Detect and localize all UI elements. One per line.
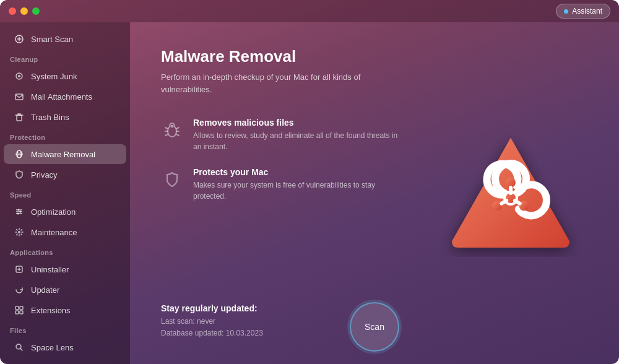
extensions-label: Extensions: [31, 306, 71, 315]
svg-rect-3: [17, 115, 22, 121]
sidebar-item-trash-bins[interactable]: Trash Bins: [4, 107, 126, 127]
maximize-button[interactable]: [32, 7, 40, 15]
updater-icon: [14, 284, 25, 295]
app-window: Assistant Smart Scan Cleanup: [0, 0, 619, 364]
svg-line-31: [176, 134, 179, 136]
svg-rect-18: [15, 306, 19, 310]
section-label-protection: Protection: [0, 128, 130, 144]
sidebar-item-malware-removal[interactable]: Malware Removal: [4, 144, 126, 164]
traffic-lights: [9, 7, 40, 15]
space-lens-icon: [14, 342, 25, 353]
smart-scan-label: Smart Scan: [31, 35, 73, 44]
assistant-dot: [564, 9, 568, 14]
updater-label: Updater: [31, 285, 59, 295]
svg-point-15: [17, 213, 19, 215]
trash-icon: [14, 111, 25, 123]
sidebar-item-maintenance[interactable]: Maintenance: [4, 222, 126, 242]
sidebar-item-large-old-files[interactable]: Large & Old Files: [4, 358, 126, 364]
section-label-speed: Speed: [0, 185, 130, 201]
feature-desc-removes-malicious: Allows to review, study and eliminate al…: [193, 130, 404, 152]
svg-line-40: [501, 201, 506, 204]
svg-point-13: [18, 209, 20, 211]
sidebar-item-mail-attachments[interactable]: Mail Attachments: [4, 87, 126, 106]
sidebar-item-uninstaller[interactable]: Uninstaller: [4, 259, 126, 279]
svg-line-39: [515, 201, 520, 204]
title-bar: Assistant: [0, 0, 619, 22]
sidebar-item-extensions[interactable]: Extensions: [4, 300, 126, 320]
svg-point-14: [20, 211, 22, 213]
optimization-label: Optimization: [31, 207, 76, 217]
maintenance-label: Maintenance: [31, 228, 77, 237]
trash-bins-label: Trash Bins: [31, 113, 69, 122]
feature-title-protects-mac: Protects your Mac: [193, 167, 404, 177]
sidebar-item-system-junk[interactable]: System Junk: [4, 66, 126, 86]
feature-desc-protects-mac: Makes sure your system is free of vulner…: [193, 180, 404, 202]
feature-text-protects-mac: Protects your Mac Makes sure your system…: [193, 167, 404, 202]
sidebar-item-updater[interactable]: Updater: [4, 280, 126, 300]
sidebar-item-privacy[interactable]: Privacy: [4, 165, 126, 184]
page-subtitle: Perform an in-depth checkup of your Mac …: [161, 71, 378, 95]
feature-title-removes-malicious: Removes malicious files: [193, 118, 404, 128]
biohazard-area: [439, 127, 582, 259]
svg-rect-20: [15, 311, 19, 314]
section-label-cleanup: Cleanup: [0, 50, 130, 66]
svg-line-30: [165, 134, 168, 136]
sidebar-item-smart-scan[interactable]: Smart Scan: [4, 29, 126, 49]
extensions-icon: [14, 305, 25, 316]
mail-icon: [14, 91, 25, 102]
content-area: Malware Removal Perform an in-depth chec…: [130, 22, 619, 364]
close-button[interactable]: [9, 7, 16, 15]
system-junk-icon: [14, 71, 25, 82]
main-layout: Smart Scan Cleanup System Junk: [0, 22, 619, 364]
sidebar-item-optimization[interactable]: Optimization: [4, 202, 126, 222]
assistant-label: Assistant: [572, 7, 602, 15]
optimization-icon: [14, 206, 25, 217]
sidebar: Smart Scan Cleanup System Junk: [0, 22, 130, 364]
svg-point-16: [18, 231, 20, 233]
malware-removal-icon: [14, 149, 25, 160]
maintenance-icon: [14, 227, 25, 238]
scan-button-container: Scan: [350, 302, 399, 352]
svg-line-27: [176, 128, 179, 129]
smart-scan-icon: [14, 33, 25, 45]
bug-icon: [161, 119, 183, 141]
sidebar-item-space-lens[interactable]: Space Lens: [4, 337, 126, 357]
assistant-button[interactable]: Assistant: [556, 4, 610, 19]
minimize-button[interactable]: [20, 7, 28, 15]
svg-rect-2: [15, 94, 23, 100]
scan-button[interactable]: Scan: [350, 302, 399, 352]
svg-rect-21: [20, 311, 23, 314]
section-label-files: Files: [0, 321, 130, 337]
shield-icon: [161, 168, 183, 191]
biohazard-triangle-svg: [439, 127, 582, 257]
svg-rect-19: [20, 306, 23, 310]
privacy-icon: [14, 169, 25, 180]
svg-line-26: [165, 128, 168, 129]
mail-attachments-label: Mail Attachments: [31, 92, 92, 102]
malware-removal-label: Malware Removal: [31, 150, 95, 159]
page-title: Malware Removal: [161, 47, 588, 66]
system-junk-label: System Junk: [31, 72, 77, 81]
privacy-label: Privacy: [31, 170, 58, 180]
uninstaller-icon: [14, 264, 25, 275]
section-label-applications: Applications: [0, 243, 130, 259]
space-lens-label: Space Lens: [31, 343, 74, 352]
uninstaller-label: Uninstaller: [31, 265, 69, 274]
feature-text-removes-malicious: Removes malicious files Allows to review…: [193, 118, 404, 152]
